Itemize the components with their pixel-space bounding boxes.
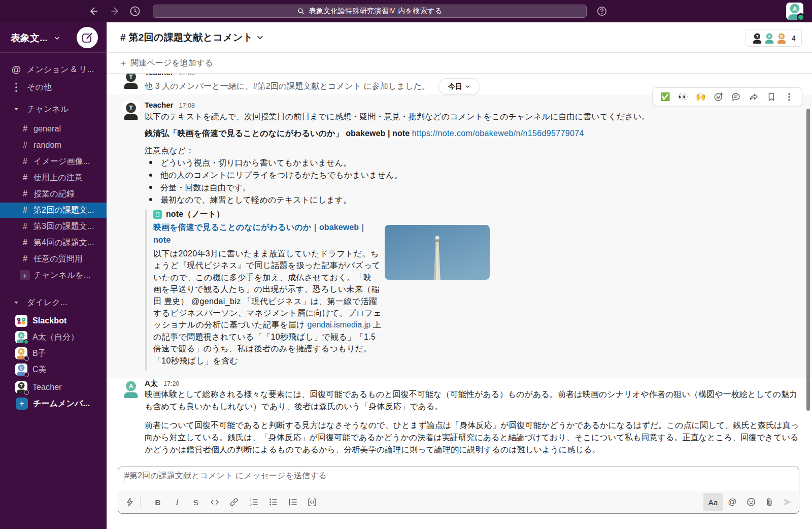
svg-text:T: T [756,34,759,39]
svg-text:A: A [793,5,797,12]
svg-text:2: 2 [250,503,252,507]
svg-text:B: B [20,349,23,354]
svg-text:C: C [20,366,23,371]
svg-text:A: A [128,383,133,390]
svg-text:T: T [20,383,23,388]
svg-text:A: A [768,34,771,39]
svg-text:A: A [20,333,23,338]
svg-text:1: 1 [250,498,252,502]
svg-text:T: T [129,105,133,112]
svg-text:T: T [129,74,133,81]
svg-text:B: B [780,34,783,39]
